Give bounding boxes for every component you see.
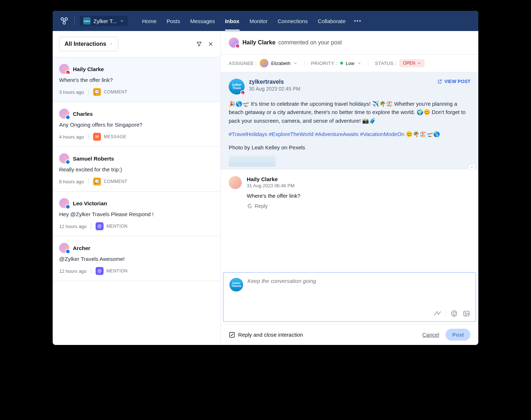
post-handle[interactable]: zylkertravels [249,79,300,85]
detail-scroll[interactable]: VIEW POST ZylkerTrave zylkertravels 30 A… [221,72,478,272]
app-logo-icon[interactable] [59,16,69,26]
interaction-message: Where's the offer link? [59,77,214,83]
nav-separator [74,17,75,25]
svg-point-2 [63,22,66,24]
status-block[interactable]: STATUS : OPEN [375,59,425,67]
meta-divider [91,223,91,229]
nav-collaborate[interactable]: Collaborate [318,12,346,31]
interaction-avatar [59,243,69,253]
interaction-name: Charles [73,111,93,117]
interaction-avatar [59,153,69,163]
meta-divider [304,60,304,66]
expand-toggle[interactable] [468,164,475,170]
nav-connections[interactable]: Connections [278,12,308,31]
post-body: 🎉🌎🛫 It's time to celebrate the upcoming … [229,100,470,152]
status-label: STATUS : [375,61,396,66]
comment-author: Haily Clarke [247,176,300,182]
emoji-icon[interactable] [450,310,458,318]
view-post-label: VIEW POST [444,79,470,84]
compose-input[interactable] [247,278,470,305]
post-hashtags[interactable]: #TravelHolidays #ExploreTheWorld #Advent… [229,131,440,137]
close-icon[interactable] [207,41,214,47]
interaction-type: 💬COMMENT [93,178,128,185]
image-icon[interactable] [462,310,470,318]
svg-point-4 [453,313,454,314]
mention-icon: @ [96,222,104,230]
interaction-type: 💬COMMENT [93,88,128,96]
meta-bar: ASSIGNEE : Elizabeth PRIORITY : Low STAT… [221,54,478,72]
toolbar-divider [446,310,446,317]
nav-home[interactable]: Home [142,12,157,31]
interaction-name: Haily Clarke [73,66,104,72]
interactions-header: All Interactions [53,31,220,57]
interaction-time: 3 hours ago [59,89,84,95]
interaction-type: @MENTION [96,222,128,230]
detail-title-name: Haily Clarke [242,39,276,45]
interaction-message: Really excited for the trip:) [59,166,214,172]
zia-ai-icon[interactable] [433,310,441,318]
status-pill[interactable]: OPEN [399,59,425,67]
post-card: VIEW POST ZylkerTrave zylkertravels 30 A… [221,72,478,170]
status-value: OPEN [403,61,415,66]
detail-title-action: commented on your post [278,39,342,45]
interactions-panel: All Interactions Haily ClarkeWhere's the… [53,31,221,345]
interaction-time: 4 hours ago [59,134,84,140]
interaction-item[interactable]: Haily ClarkeWhere's the offer link?3 hou… [53,57,220,102]
view-post-link[interactable]: VIEW POST [437,79,470,84]
brand-switcher[interactable]: Zylker Zylker T... [80,16,128,26]
priority-dot-icon [340,62,343,65]
detail-header: Haily Clarke commented on your post [221,31,478,54]
nav-inbox[interactable]: Inbox [225,12,240,31]
app-window: Zylker Zylker T... HomePostsMessagesInbo… [53,11,478,345]
instagram-badge-icon [65,70,70,75]
priority-label: PRIORITY : [311,61,337,66]
interaction-item[interactable]: Samuel RobertsReally excited for the tri… [53,147,220,192]
instagram-badge-icon [240,90,245,95]
caret-down-icon [109,42,113,46]
main-body: All Interactions Haily ClarkeWhere's the… [53,31,478,345]
interaction-type-label: MESSAGE [104,134,127,139]
interaction-item[interactable]: CharlesAny Ongoing offers for Singapore?… [53,102,220,147]
interaction-message: Any Ongoing offers for Singapore? [59,122,214,128]
nav-posts[interactable]: Posts [167,12,180,31]
nav-messages[interactable]: Messages [190,12,215,31]
brand-name: Zylker T... [93,18,117,24]
priority-block[interactable]: PRIORITY : Low [311,61,361,66]
assignee-label: ASSIGNEE : [229,61,257,66]
post-brand-avatar: ZylkerTrave [229,79,245,95]
comment-text: Where's the offer link? [247,193,300,199]
assignee-value: Elizabeth [271,61,290,66]
checkbox-checked-icon [229,332,235,338]
interaction-name: Archer [73,245,90,251]
filter-label: All Interactions [65,41,106,47]
filter-icon[interactable] [196,41,202,47]
reply-button[interactable]: Reply [247,203,300,209]
comment-time: 31 Aug 2023 06:46 PM [247,183,300,188]
post-photo-preview[interactable] [229,156,276,167]
interaction-item[interactable]: Leo VictorianHey @Zylker Travels Please … [53,192,220,236]
comment-avatar [229,176,242,189]
nav-more-icon[interactable] [354,20,361,22]
interaction-avatar [59,64,69,74]
post-button[interactable]: Post [446,329,470,341]
chevron-down-icon [293,61,298,65]
message-icon: ✉ [93,133,101,141]
reply-close-label: Reply and close interaction [238,332,303,338]
assignee-block[interactable]: ASSIGNEE : Elizabeth [229,59,298,67]
meta-divider [368,60,368,66]
interactions-filter-dropdown[interactable]: All Interactions [59,37,118,51]
priority-value: Low [346,61,355,66]
chevron-down-icon [120,19,124,23]
mention-icon: @ [96,267,104,275]
nav-monitor[interactable]: Monitor [250,12,268,31]
comment-icon: 💬 [93,178,101,185]
assignee-avatar [260,59,268,67]
cancel-button[interactable]: Cancel [422,332,439,338]
interaction-item[interactable]: Archer@Zylker Travels Awesome!12 hours a… [53,236,220,281]
chevron-down-icon [357,61,361,65]
svg-point-7 [465,312,466,314]
instagram-badge-icon [235,44,240,49]
interaction-name: Samuel Roberts [73,156,114,162]
facebook-badge-icon [65,204,70,209]
reply-close-checkbox[interactable]: Reply and close interaction [229,332,303,338]
